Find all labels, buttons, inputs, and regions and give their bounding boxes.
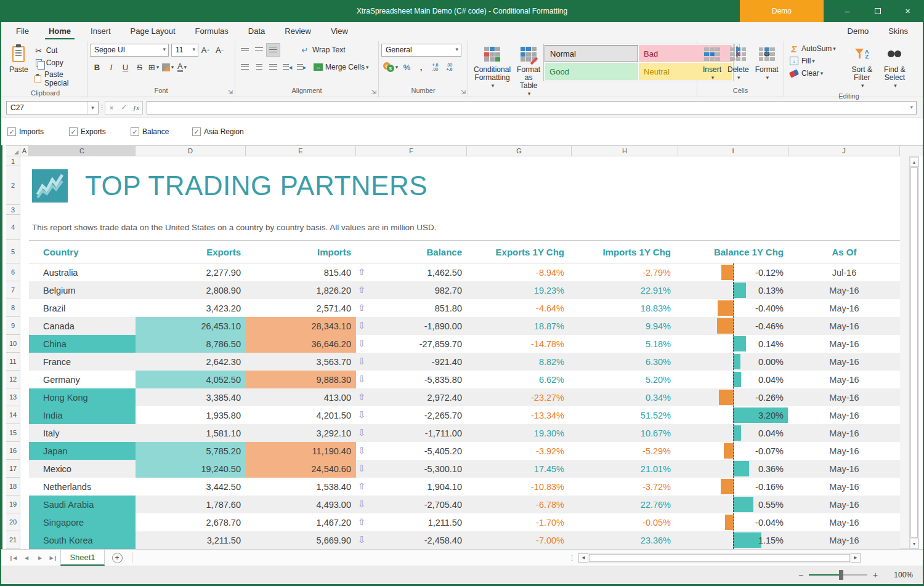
menu-tab[interactable]: Insert xyxy=(81,22,121,39)
cell-as-of[interactable]: May-16 xyxy=(788,281,900,299)
cell-exports[interactable]: 1,935.80 xyxy=(136,406,246,424)
horizontal-scrollbar[interactable]: ◀ ▶ xyxy=(578,553,861,563)
cell-exports[interactable]: 2,642.30 xyxy=(136,353,246,371)
row-header-21[interactable]: 21 xyxy=(6,531,20,549)
cell-balance[interactable]: ⇩-5,405.20 xyxy=(356,442,467,460)
report-title[interactable]: TOP TRADING PARTNERS xyxy=(85,171,428,201)
cell-exports[interactable]: 2,808.90 xyxy=(136,281,246,299)
cell-country[interactable]: Australia xyxy=(29,263,136,281)
filter-checkbox-item[interactable]: ✓ Exports xyxy=(69,127,131,136)
cell-as-of[interactable]: May-16 xyxy=(788,406,900,424)
cell-balance[interactable]: ⇧1,904.10 xyxy=(356,478,467,496)
cell-country[interactable]: France xyxy=(29,353,136,371)
cell-imports[interactable]: 3,563.70 xyxy=(246,353,356,371)
cell-country[interactable]: Mexico xyxy=(29,460,136,478)
cell-country[interactable]: Netherlands xyxy=(29,478,136,496)
cell-as-of[interactable]: May-16 xyxy=(788,460,900,478)
clear-button[interactable]: Clear xyxy=(787,67,846,79)
cell-exports-chg[interactable]: -13.34% xyxy=(467,406,572,424)
shrink-font-button[interactable]: A– xyxy=(213,43,227,57)
comma-style-button[interactable]: , xyxy=(414,60,428,74)
cell-imports[interactable]: 24,540.60 xyxy=(246,460,356,478)
cell-country[interactable]: Japan xyxy=(29,442,136,460)
sheet-tab[interactable]: Sheet1 xyxy=(60,550,105,566)
cell-exports-chg[interactable]: 18.87% xyxy=(467,317,572,335)
fill-color-button[interactable] xyxy=(161,60,175,74)
wrap-text-button[interactable]: ↵Wrap Text xyxy=(298,44,348,56)
cell-imports-chg[interactable]: 5.20% xyxy=(572,371,678,388)
cell-balance[interactable]: ⇩-921.40 xyxy=(356,353,467,371)
last-sheet-icon[interactable]: ▶❙ xyxy=(47,555,60,561)
align-left-button[interactable] xyxy=(238,60,252,74)
hscroll-splitter-icon[interactable]: ⋮ xyxy=(569,554,575,562)
cell-imports[interactable]: 1,467.20 xyxy=(246,513,356,531)
cell-as-of[interactable]: May-16 xyxy=(788,335,900,353)
menu-tab[interactable]: Demo xyxy=(838,22,879,39)
cell-imports[interactable]: 9,888.30 xyxy=(246,371,356,388)
cell-imports[interactable]: 815.40 xyxy=(246,263,356,281)
align-top-button[interactable] xyxy=(238,43,252,57)
header-country[interactable]: Country xyxy=(29,247,136,257)
formula-splitter-icon[interactable]: ⋮ xyxy=(99,103,105,111)
row-header-5[interactable]: 5 xyxy=(6,240,20,263)
sheet-row-3[interactable] xyxy=(29,205,900,215)
cell-country[interactable]: India xyxy=(29,406,136,424)
formula-input[interactable] xyxy=(147,101,917,114)
cell-balance[interactable]: ⇩-2,265.70 xyxy=(356,406,467,424)
zoom-slider[interactable] xyxy=(809,570,867,580)
cell-imports-chg[interactable]: -3.72% xyxy=(572,478,678,496)
cell-imports[interactable]: 4,493.00 xyxy=(246,496,356,513)
cell-imports[interactable]: 1,538.40 xyxy=(246,478,356,496)
menu-tab[interactable]: View xyxy=(321,22,358,39)
cell-imports-chg[interactable]: -0.05% xyxy=(572,513,678,531)
cell-imports-chg[interactable]: -2.79% xyxy=(572,263,678,281)
cell-balance[interactable]: ⇩-2,458.40 xyxy=(356,531,467,549)
cell-balance[interactable]: ⇧1,211.50 xyxy=(356,513,467,531)
cell-country[interactable]: Hong Kong xyxy=(29,388,136,406)
menu-tab[interactable]: Review xyxy=(275,22,321,39)
cell-imports[interactable]: 5,669.90 xyxy=(246,531,356,549)
row-header-16[interactable]: 16 xyxy=(6,442,20,460)
row-header-20[interactable]: 20 xyxy=(6,513,20,531)
header-as-of[interactable]: As Of xyxy=(788,247,900,257)
cut-button[interactable]: ✂Cut xyxy=(31,44,84,57)
align-middle-button[interactable] xyxy=(252,43,266,57)
align-bottom-button[interactable] xyxy=(266,43,280,57)
cell-imports-chg[interactable]: 6.30% xyxy=(572,353,678,371)
cell-imports[interactable]: 2,571.40 xyxy=(246,299,356,317)
cell-exports-chg[interactable]: -8.94% xyxy=(467,263,572,281)
confirm-entry-icon[interactable]: ✓ xyxy=(118,103,130,111)
paste-button[interactable]: Paste xyxy=(6,42,31,76)
cell-exports-chg[interactable]: -23.27% xyxy=(467,388,572,406)
cell-exports-chg[interactable]: -10.83% xyxy=(467,478,572,496)
sheet-row-4[interactable]: This report shows trade data on the Unit… xyxy=(29,215,900,240)
row-header-7[interactable]: 7 xyxy=(6,281,20,299)
column-header-h[interactable]: H xyxy=(572,146,678,156)
cell-exports[interactable]: 2,678.70 xyxy=(136,513,246,531)
cell-as-of[interactable]: May-16 xyxy=(788,388,900,406)
row-header-1[interactable]: 1 xyxy=(6,156,20,166)
font-size-combo[interactable]: 11 xyxy=(171,44,198,57)
percent-style-button[interactable]: % xyxy=(400,60,414,74)
cell-as-of[interactable]: May-16 xyxy=(788,424,900,442)
decrease-indent-button[interactable]: ◂ xyxy=(280,60,294,74)
cell-imports-chg[interactable]: 23.36% xyxy=(572,531,678,549)
cell-imports[interactable]: 3,292.10 xyxy=(246,424,356,442)
sheet-row-1[interactable] xyxy=(29,156,900,166)
row-header-10[interactable]: 10 xyxy=(6,335,20,353)
row-header-17[interactable]: 17 xyxy=(6,460,20,478)
filter-checkbox-item[interactable]: ✓ Imports xyxy=(7,127,69,136)
alignment-dialog-launcher[interactable]: ⇲ xyxy=(371,89,376,95)
header-exports-chg[interactable]: Exports 1Y Chg xyxy=(467,247,572,257)
cell-country[interactable]: Italy xyxy=(29,424,136,442)
cell-balance[interactable]: ⇧2,972.40 xyxy=(356,388,467,406)
cell-imports-chg[interactable]: 21.01% xyxy=(572,460,678,478)
format-cells-button[interactable]: ⚙ Format xyxy=(752,42,782,84)
cell-country[interactable]: Belgium xyxy=(29,281,136,299)
cell-exports[interactable]: 2,277.90 xyxy=(136,263,246,281)
row-header-14[interactable]: 14 xyxy=(6,406,20,424)
cell-imports[interactable]: 1,826.20 xyxy=(246,281,356,299)
grow-font-button[interactable]: A+ xyxy=(198,43,213,57)
cell-exports[interactable]: 3,385.40 xyxy=(136,388,246,406)
insert-function-icon[interactable]: ƒx xyxy=(130,104,142,111)
